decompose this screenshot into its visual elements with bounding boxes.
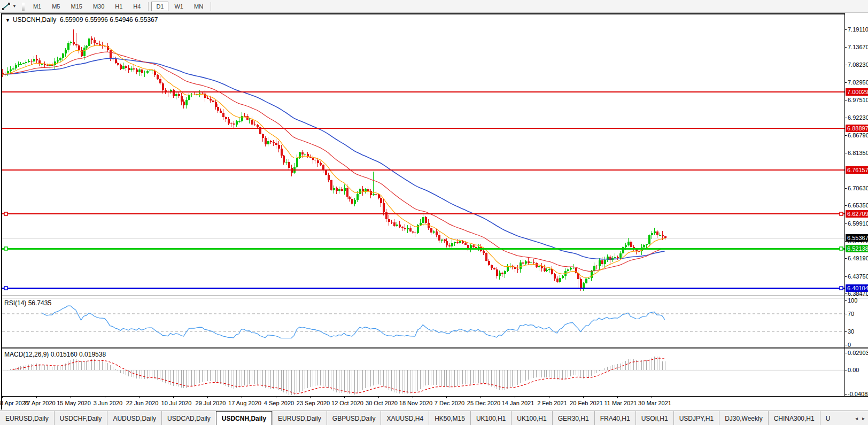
timeframe-buttons: M1M5M15M30H1H4D1W1MN	[28, 2, 213, 11]
chart-tab-usdcad-daily[interactable]: USDCAD,Daily	[161, 411, 216, 425]
price-axis-separator	[844, 13, 845, 396]
timeframe-button-h4[interactable]: H4	[128, 2, 145, 11]
rsi-axis-tick: 70	[848, 311, 854, 317]
chart-window[interactable]: ▼USDCNH,Daily 6.55909 6.55996 6.54946 6.…	[0, 13, 868, 410]
price-axis-tick: 6.49190	[848, 255, 868, 261]
chart-tab-gbpusd-daily[interactable]: GBPUSD,Daily	[327, 411, 381, 425]
line-handle[interactable]	[840, 287, 843, 290]
date-tick-mark	[207, 397, 208, 398]
axis-tick-mark	[844, 331, 847, 332]
support-line[interactable]	[2, 288, 844, 289]
date-tick-mark	[378, 397, 379, 398]
chart-tab-usoil-h1[interactable]: USOil,H1	[636, 411, 673, 425]
line-handle[interactable]	[4, 212, 7, 215]
line-handle[interactable]	[840, 212, 843, 215]
macd-axis-tick: 0.00	[848, 367, 859, 373]
chart-tab-dj30-weekly[interactable]: DJ30,Weekly	[719, 411, 768, 425]
resistance-line[interactable]	[2, 213, 844, 214]
price-axis-tick: 7.13670	[848, 44, 868, 50]
date-axis-label: 22 Jun 2020	[123, 400, 161, 406]
tab-scroll-left-icon[interactable]: ◂	[853, 415, 860, 421]
chart-tab-fra40-h1[interactable]: FRA40,H1	[594, 411, 636, 425]
date-tick-mark	[549, 397, 549, 398]
chart-tab-eurusd-daily[interactable]: EURUSD,Daily	[272, 411, 327, 425]
axis-tick-mark	[844, 293, 847, 294]
date-tick-mark	[652, 397, 652, 398]
date-axis-label: 17 Aug 2020	[226, 400, 264, 406]
chart-tab-usdcnh-daily[interactable]: USDCNH,Daily	[216, 411, 272, 425]
date-axis-label: 10 Jul 2020	[157, 400, 196, 406]
chart-tab-usdjpy-h1[interactable]: USDJPY,H1	[673, 411, 719, 425]
resistance-line[interactable]	[2, 91, 844, 92]
axis-tick-mark	[844, 205, 847, 206]
rsi-line	[42, 306, 665, 338]
price-axis-tick: 7.08230	[848, 61, 868, 68]
macd-axis-tick: -0.04085	[848, 391, 868, 397]
axis-tick-mark	[844, 370, 847, 370]
chart-tab-eurusd-daily[interactable]: EURUSD,Daily	[0, 411, 54, 425]
chart-tab-hk50-m15[interactable]: HK50,M15	[429, 411, 470, 425]
timeframe-button-d1[interactable]: D1	[151, 2, 168, 11]
axis-tick-mark	[844, 29, 847, 30]
resistance-line[interactable]	[2, 128, 844, 129]
chart-tab-china300-h1[interactable]: CHINA300,H1	[768, 411, 820, 425]
toolbar-separator	[211, 2, 211, 11]
support-line[interactable]	[2, 248, 844, 250]
trendline-tool-glyph	[2, 2, 11, 11]
timeframe-button-m30[interactable]: M30	[88, 2, 109, 11]
timeframe-toolbar: ▼ M1M5M15M30H1H4D1W1MN	[0, 0, 868, 13]
timeframe-button-m1[interactable]: M1	[28, 2, 46, 11]
price-axis-tick: 7.02950	[848, 79, 868, 86]
line-handle[interactable]	[4, 287, 7, 290]
axis-tick-mark	[844, 300, 847, 301]
price-axis-badge: 6.88897	[846, 125, 868, 132]
chart-canvas[interactable]	[0, 13, 868, 410]
rsi-axis-tick: 0	[848, 342, 851, 348]
timeframe-button-m5[interactable]: M5	[47, 2, 65, 11]
trendline-tool-icon[interactable]	[2, 2, 11, 11]
date-axis-label: 2 Feb 2021	[533, 400, 571, 406]
tab-scroll-right-icon[interactable]: ▸	[860, 415, 867, 421]
resistance-line[interactable]	[2, 169, 844, 171]
macd-panel-top	[1, 349, 868, 349]
rsi-panel-bottom	[1, 347, 868, 347]
date-axis-label: 30 Oct 2020	[362, 400, 401, 406]
timeframe-button-mn[interactable]: MN	[189, 2, 208, 11]
chart-tab-ger30-h1[interactable]: GER30,H1	[552, 411, 594, 425]
chart-tab-audusd-daily[interactable]: AUDUSD,Daily	[107, 411, 161, 425]
chart-tab-uk100-h1[interactable]: UK100,H1	[470, 411, 511, 425]
axis-tick-mark	[844, 394, 847, 395]
date-tick-mark	[36, 397, 37, 398]
ma-slow-line	[2, 58, 665, 259]
macd-panel-bottom	[1, 396, 868, 397]
chart-tab-xauusd-h4[interactable]: XAUUSD,H4	[381, 411, 429, 425]
dropdown-caret-icon[interactable]: ▼	[12, 4, 17, 9]
chart-tab-u[interactable]: U	[820, 411, 836, 425]
timeframe-button-m15[interactable]: M15	[66, 2, 87, 11]
rsi-axis-tick: 30	[848, 328, 854, 335]
price-axis-tick: 6.70630	[848, 185, 868, 191]
axis-tick-mark	[844, 100, 847, 101]
timeframe-button-h1[interactable]: H1	[110, 2, 127, 11]
axis-tick-mark	[844, 153, 847, 153]
macd-axis-tick: 0.029032	[848, 350, 868, 356]
price-axis-badge: 6.52138	[846, 245, 868, 252]
line-handle[interactable]	[4, 247, 7, 250]
date-axis-label: 25 Dec 2020	[464, 400, 503, 406]
timeframe-button-w1[interactable]: W1	[169, 2, 188, 11]
date-tick-mark	[2, 397, 3, 398]
line-handle[interactable]	[840, 247, 843, 250]
chart-tab-usdchf-daily[interactable]: USDCHF,Daily	[54, 411, 107, 425]
chart-frame-top	[1, 13, 844, 14]
date-axis-label: 23 Sep 2020	[294, 400, 332, 406]
panel-divider	[1, 296, 868, 296]
axis-tick-mark	[844, 65, 847, 65]
macd-signal-line	[13, 358, 665, 393]
chart-tab-bar: EURUSD,DailyUSDCHF,DailyAUDUSD,DailyUSDC…	[0, 411, 868, 425]
chart-tab-uk100-h1[interactable]: UK100,H1	[511, 411, 552, 425]
price-axis-tick: 6.97510	[848, 97, 868, 103]
date-tick-mark	[173, 397, 174, 398]
date-axis-label: 3 Jun 2020	[89, 400, 127, 406]
axis-tick-mark	[844, 314, 847, 314]
mt4-terminal: ▼ M1M5M15M30H1H4D1W1MN ▼USDCNH,Daily 6.5…	[0, 0, 868, 425]
